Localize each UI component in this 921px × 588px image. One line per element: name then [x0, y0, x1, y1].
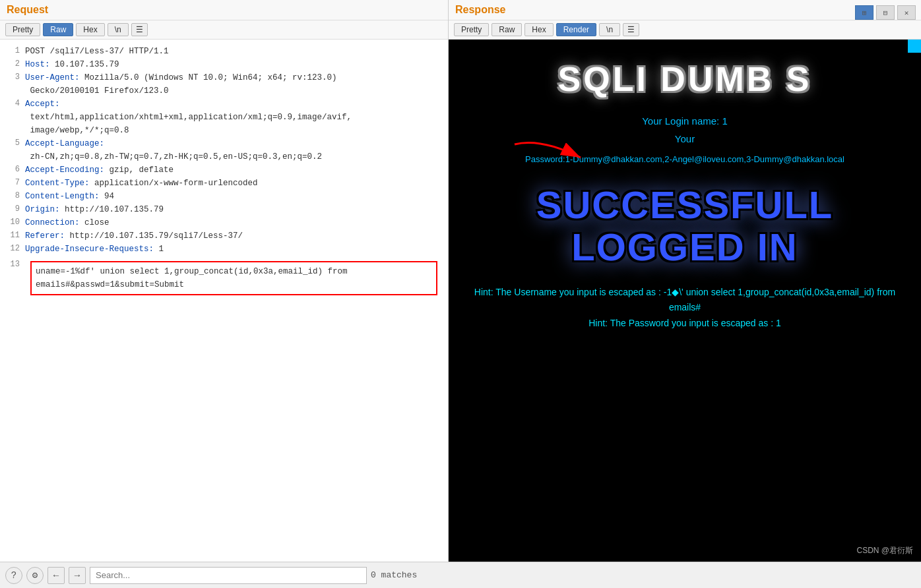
response-toolbar: Pretty Raw Hex Render \n ☰ — [449, 20, 921, 40]
password-area: Password:1-Dummy@dhakkan.com,2-Angel@ilo… — [449, 154, 921, 171]
code-line-4b: text/html,application/xhtml+xml,applicat… — [3, 111, 445, 124]
hex-btn[interactable]: Hex — [76, 23, 104, 36]
payload-highlight-box: uname=-1%df' union select 1,group_concat… — [30, 261, 437, 295]
resp-pretty-btn[interactable]: Pretty — [454, 23, 489, 36]
tile-btn[interactable]: ⊟ — [876, 5, 895, 20]
code-line-12: 12 Upgrade-Insecure-Requests: 1 — [3, 243, 445, 256]
code-line-4c: image/webp,*/*;q=0.8 — [3, 124, 445, 137]
response-title: Response — [449, 0, 921, 20]
red-arrow-svg — [501, 134, 594, 174]
pretty-btn[interactable]: Pretty — [5, 23, 40, 36]
code-line-11: 11 Referer: http://10.107.135.79/sqli7/L… — [3, 229, 445, 243]
request-title: Request — [0, 0, 448, 20]
payload-line-2: emails#&passwd=1&submit=Submit — [36, 278, 432, 291]
response-content-area: SQLI DUMB S Your Login name: 1 Your — [449, 40, 921, 562]
code-line-5: 5 Accept-Language: — [3, 137, 445, 150]
your-label: Your — [642, 130, 728, 148]
resp-menu-btn[interactable]: ☰ — [623, 23, 639, 36]
settings-icon[interactable]: ⚙ — [26, 567, 44, 584]
code-line-4: 4 Accept: — [3, 98, 445, 111]
highlight-section: 13 uname=-1%df' union select 1,group_con… — [3, 258, 445, 298]
watermark: CSDN @君衍斯 — [856, 545, 913, 556]
payload-line-1: uname=-1%df' union select 1,group_concat… — [36, 265, 432, 278]
resp-raw-btn[interactable]: Raw — [492, 23, 522, 36]
sqli-dumb-title: SQLI DUMB S — [449, 40, 921, 105]
newline-btn[interactable]: \n — [108, 23, 129, 36]
hint1: Hint: The Username you input is escaped … — [462, 285, 908, 316]
matches-label: 0 matches — [371, 570, 417, 580]
request-toolbar: Pretty Raw Hex \n ☰ — [0, 20, 448, 40]
main-container: Request Pretty Raw Hex \n ☰ 1 POST /sqli… — [0, 0, 921, 562]
resp-hex-btn[interactable]: Hex — [524, 23, 553, 36]
forward-btn[interactable]: → — [69, 567, 86, 584]
raw-btn[interactable]: Raw — [43, 23, 73, 36]
menu-btn[interactable]: ☰ — [131, 23, 148, 36]
success-line2: LOGGED IN — [455, 226, 914, 268]
split-view-btn[interactable]: ⊞ — [855, 5, 873, 20]
code-line-3b: Gecko/20100101 Firefox/123.0 — [3, 84, 445, 98]
code-line-10: 10 Connection: close — [3, 216, 445, 229]
hint2: Hint: The Password you input is escaped … — [462, 316, 908, 332]
back-btn[interactable]: ← — [48, 567, 65, 584]
resp-newline-btn[interactable]: \n — [599, 23, 620, 36]
search-input[interactable] — [90, 567, 367, 584]
resp-render-btn[interactable]: Render — [556, 23, 596, 36]
bottom-bar: ? ⚙ ← → 0 matches — [0, 562, 921, 588]
success-line1: SUCCESSFULL — [455, 184, 914, 226]
code-line-7: 7 Content-Type: application/x-www-form-u… — [3, 177, 445, 190]
request-code-area: 1 POST /sqli7/Less-37/ HTTP/1.1 2 Host: … — [0, 40, 448, 562]
window-controls: ⊞ ⊟ ✕ — [855, 5, 916, 20]
code-line-8: 8 Content-Length: 94 — [3, 190, 445, 203]
close-btn[interactable]: ✕ — [897, 5, 916, 20]
code-line-2: 2 Host: 10.107.135.79 — [3, 58, 445, 71]
login-name-line: Your Login name: 1 — [642, 112, 728, 130]
code-line-1: 1 POST /sqli7/Less-37/ HTTP/1.1 — [3, 45, 445, 58]
response-panel: Response Pretty Raw Hex Render \n ☰ SQLI… — [449, 0, 921, 562]
request-panel: Request Pretty Raw Hex \n ☰ 1 POST /sqli… — [0, 0, 449, 562]
hint-area: Hint: The Username you input is escaped … — [449, 272, 921, 338]
help-icon[interactable]: ? — [5, 567, 22, 584]
success-title: SUCCESSFULL LOGGED IN — [449, 171, 921, 272]
code-line-3: 3 User-Agent: Mozilla/5.0 (Windows NT 10… — [3, 71, 445, 84]
code-line-6: 6 Accept-Encoding: gzip, deflate — [3, 163, 445, 177]
code-line-5b: zh-CN,zh;q=0.8,zh-TW;q=0.7,zh-HK;q=0.5,e… — [3, 150, 445, 163]
top-right-indicator — [908, 40, 921, 53]
code-line-9: 9 Origin: http://10.107.135.79 — [3, 203, 445, 216]
login-name-display: Your Login name: 1 Your — [629, 105, 741, 154]
